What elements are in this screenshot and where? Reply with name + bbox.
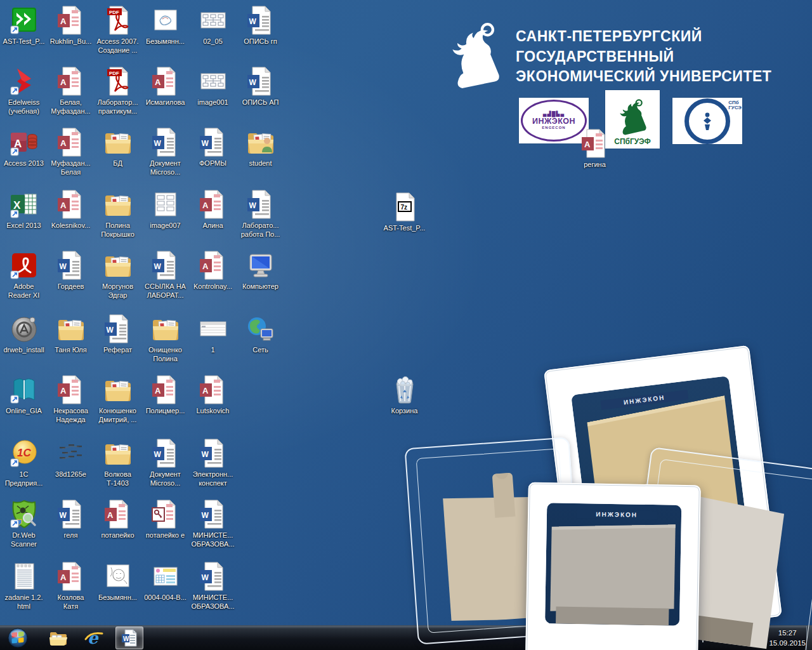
desktop-icon-nekrasova-nadezhda[interactable]: AНекрасова Надежда: [47, 375, 95, 425]
desktop-icon-gelya[interactable]: Wгеля: [47, 499, 95, 540]
desktop-icon-bezymyann-2[interactable]: Безымянн...: [94, 561, 141, 602]
desktop-icon-volkova-t-1403-folder[interactable]: Волкова Т-1403: [94, 438, 141, 488]
desktop-icon-onishchenko-polina-folder[interactable]: Онищенко Полина: [141, 314, 189, 364]
desktop-icon-label: Полина Покрышко: [94, 222, 141, 239]
recycle-icon: [390, 375, 420, 405]
desktop-icon-zadanie-1-2-html[interactable]: zadanie 1.2. html: [0, 561, 48, 611]
desktop-icon-morgunov-edgar-folder[interactable]: Моргунов Эдгар: [94, 250, 141, 300]
desktop-icon-polina-pokryshko-folder[interactable]: Полина Покрышко: [94, 189, 141, 239]
desktop-icon-laborato-rabota-po[interactable]: WЛаборато... работа По...: [237, 189, 284, 239]
desktop-icon-label: Исмагилова: [141, 98, 189, 107]
desktop-icon-drweb-install[interactable]: drweb_install: [0, 314, 48, 355]
desktop-icon-kozlova-katya[interactable]: AКозлова Катя: [47, 561, 95, 611]
word-button[interactable]: W: [115, 627, 143, 649]
folder-user-icon: [246, 127, 276, 157]
desktop-icon-access-2007-sozdanie-pdf[interactable]: PDFAccess 2007. Создание ...: [94, 5, 141, 55]
desktop-icon-adobe-reader-xi[interactable]: Adobe Reader XI: [0, 250, 48, 300]
word-doc-icon: W: [198, 438, 228, 468]
desktop-icon-tanya-yulya-folder[interactable]: Таня Юля: [47, 314, 95, 355]
ie-button[interactable]: e: [82, 626, 105, 650]
desktop-icon-set-network[interactable]: Сеть: [237, 314, 284, 355]
desktop-icon-ast-test-shortcut[interactable]: AST-Test_P...: [0, 5, 48, 46]
desktop-icon-label: Козлова Катя: [47, 594, 95, 611]
desktop-icon-kompyuter[interactable]: Компьютер: [237, 250, 284, 291]
desktop-icon-ismagilova[interactable]: AИсмагилова: [141, 66, 189, 107]
desktop-icon-formy[interactable]: WФОРМЫ: [189, 127, 237, 168]
svg-text:W: W: [201, 139, 209, 148]
folder-icon: [56, 314, 86, 344]
desktop-icon-ast-test-7z[interactable]: 7zAST-Test_P...: [381, 192, 428, 233]
access-doc-icon: A: [56, 189, 86, 220]
desktop-icon-excel-2013[interactable]: XExcel 2013: [0, 189, 48, 230]
desktop-icon-label: Алина: [189, 222, 237, 230]
svg-text:e: e: [88, 628, 99, 647]
access-app-icon: A: [9, 127, 39, 157]
university-header: САНКТ-ПЕТЕРБУРГСКИЙ ГОСУДАРСТВЕННЫЙ ЭКОН…: [444, 18, 787, 93]
svg-text:W: W: [249, 78, 256, 87]
desktop-icon-mufazdan-belaya[interactable]: AМуфаздан... Белая: [47, 127, 95, 177]
desktop-icon-label: Документ Microso...: [141, 470, 189, 488]
university-name-line3: ЭКОНОМИЧЕСКИЙ УНИВЕРСИТЕТ: [516, 67, 771, 87]
desktop-icon-38d1265e[interactable]: 38d1265e: [47, 438, 95, 479]
desktop-icon-regina[interactable]: Aрегина: [571, 128, 619, 169]
desktop-icon-ssylka-na-laborat[interactable]: WССЫЛКА НА ЛАБОРАТ...: [141, 250, 189, 300]
svg-text:W: W: [201, 511, 209, 520]
access-doc-icon: A: [56, 66, 86, 96]
desktop-icon-ministe-obrazova-1[interactable]: WМИНИСТЕ... ОБРАЗОВА...: [189, 499, 237, 549]
desktop-icon-sheet-1[interactable]: 1: [189, 314, 237, 355]
university-name-line1: САНКТ-ПЕТЕРБУРГСКИЙ: [516, 27, 771, 47]
desktop-icon-online-gia[interactable]: Online_GIA: [0, 375, 48, 416]
svg-text:W: W: [154, 262, 161, 271]
desktop-icon-access-2013[interactable]: AAccess 2013: [0, 127, 48, 168]
desktop-icon-potapeyko[interactable]: Aпотапейко: [94, 499, 141, 540]
desktop-icon-kolesnikov[interactable]: AKolesnikov...: [47, 189, 95, 230]
desktop: САНКТ-ПЕТЕРБУРГСКИЙ ГОСУДАРСТВЕННЫЙ ЭКОН…: [0, 0, 812, 650]
access-doc-icon: A: [56, 375, 86, 405]
desktop-icon-alina[interactable]: AАлина: [189, 189, 237, 230]
desktop-icon-konyushenko-dmitriy-folder[interactable]: Конюшенко Дмитрий, ...: [94, 375, 141, 425]
desktop-icon-02-05[interactable]: 02_05: [189, 5, 237, 46]
folder-icon: [103, 438, 133, 468]
desktop-icon-label: геля: [47, 531, 95, 540]
explorer-button[interactable]: [47, 626, 70, 650]
desktop-icon-edelweiss[interactable]: Edelweiss (учебная): [0, 66, 48, 116]
svg-text:PDF: PDF: [109, 10, 119, 15]
desktop-icon-dokument-microso-1[interactable]: WДокумент Microso...: [141, 127, 189, 177]
desktop-icon-student-folder[interactable]: student: [237, 127, 284, 168]
desktop-icon-lutskovich[interactable]: ALutskovich: [189, 375, 237, 416]
desktop-icon-opis-ap[interactable]: WОПИСЬ АП: [237, 66, 284, 107]
pdf-doc-icon: PDF: [103, 5, 133, 36]
doodle-icon: [103, 561, 133, 592]
desktop-icon-potapeyko-e[interactable]: потапейко е: [141, 499, 189, 540]
spbguef-griffin-icon: [614, 98, 651, 137]
start-button[interactable]: [5, 626, 30, 650]
desktop-icon-dr-web-scanner[interactable]: Dr.Web Scanner: [0, 499, 48, 549]
desktop-icon-gordeev[interactable]: WГордеев: [47, 250, 95, 291]
desktop-icon-1c-predpriya[interactable]: 1С1С Предприя...: [0, 438, 48, 488]
desktop-icon-opis-gp[interactable]: WОПИСЬ гп: [237, 5, 284, 46]
desktop-icon-image007[interactable]: image007: [141, 189, 189, 230]
desktop-icon-bd-folder[interactable]: БД: [94, 127, 141, 168]
svg-text:A: A: [202, 386, 209, 395]
desktop-icon-politsmer[interactable]: AПолицмер...: [141, 375, 189, 416]
access-doc-icon: A: [580, 128, 610, 159]
svg-text:1С: 1С: [17, 447, 31, 459]
desktop-icon-rukhlin-bu[interactable]: ARukhlin_Bu...: [47, 5, 95, 46]
desktop-icon-belaya-mufazdan[interactable]: AБелая, Муфаздан...: [47, 66, 95, 116]
desktop-icon-bezymyann-1[interactable]: Безымянн...: [141, 5, 189, 46]
desktop-icon-korzina-recycle-bin[interactable]: Корзина: [381, 375, 428, 416]
word-doc-icon: W: [198, 499, 228, 529]
svg-text:W: W: [249, 17, 256, 26]
desktop-icon-elektronn-konspekt[interactable]: WЭлектронн... конспект: [189, 438, 237, 488]
windows-start-orb-icon: [8, 628, 28, 648]
desktop-icon-image001[interactable]: image001: [189, 66, 237, 107]
desktop-icon-label: image001: [189, 98, 237, 107]
desktop-icon-referat[interactable]: WРеферат: [94, 314, 141, 355]
desktop-icon-ministe-obrazova-2[interactable]: WМИНИСТЕ... ОБРАЗОВА...: [189, 561, 237, 611]
desktop-icon-label: Муфаздан... Белая: [47, 159, 95, 177]
desktop-icon-laborator-praktikum-pdf[interactable]: PDFЛаборатор... практикум...: [94, 66, 141, 116]
desktop-icon-label: потапейко е: [141, 531, 189, 540]
desktop-icon-0004-004-v[interactable]: 0004-004-В...: [141, 561, 189, 602]
desktop-icon-kontrolnay[interactable]: AKontrolnay...: [189, 250, 237, 291]
desktop-icon-dokument-microso-2[interactable]: WДокумент Microso...: [141, 438, 189, 488]
